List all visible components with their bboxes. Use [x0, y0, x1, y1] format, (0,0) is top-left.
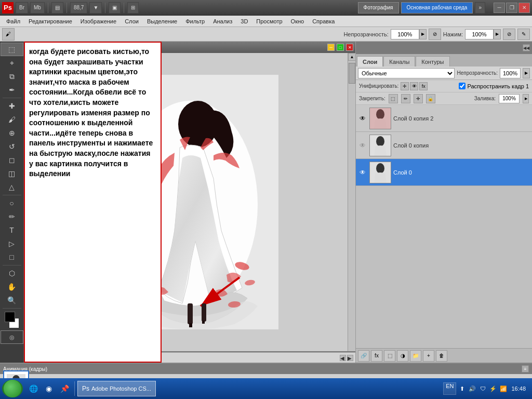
workspace-photo[interactable]: Фотография [358, 2, 399, 14]
layer-adj-btn[interactable]: ◑ [397, 350, 408, 362]
scroll-up-btn[interactable]: ▲ [348, 53, 355, 61]
tool-blur[interactable]: △ [1, 180, 23, 194]
start-button[interactable] [2, 380, 23, 397]
mini-bridge-button[interactable]: Mb [30, 2, 45, 14]
workspace-main[interactable]: Основная рабочая среда [401, 2, 473, 14]
foreground-color[interactable] [5, 312, 15, 322]
tool-hand[interactable]: ✋ [1, 280, 23, 294]
anim-panel-ctrl[interactable]: ≡ [522, 365, 529, 373]
menu-view[interactable]: Просмотр [252, 17, 286, 25]
tool-quickmask[interactable]: ◎ [1, 330, 23, 344]
scroll-thumb[interactable] [349, 63, 355, 84]
extra-button[interactable]: ⊞ [127, 2, 139, 14]
menu-filter[interactable]: Фильтр [181, 17, 209, 25]
status-arrow-right[interactable]: ▶ [347, 355, 353, 361]
menu-help[interactable]: Справка [308, 17, 339, 25]
menu-image[interactable]: Изображение [76, 17, 121, 25]
tool-brush[interactable]: 🖌 [1, 113, 23, 126]
zoom-arrow[interactable]: ▼ [89, 2, 102, 14]
menu-3d[interactable]: 3D [236, 17, 252, 25]
language-button[interactable]: EN [443, 382, 456, 395]
minimize-button[interactable]: ─ [494, 3, 505, 13]
fill-value[interactable] [499, 94, 520, 103]
tablet-icon[interactable]: ✎ [517, 29, 530, 40]
taskbar-photoshop-app[interactable]: Ps Adobe Photoshop CS... [77, 381, 156, 396]
tray-icon-antivirus[interactable]: 🛡 [478, 384, 487, 393]
tray-icon-extra2[interactable]: 📶 [499, 384, 508, 393]
menu-select[interactable]: Выделение [143, 17, 181, 25]
tool-eyedrop[interactable]: ✒ [1, 83, 23, 97]
quicklaunch-ie[interactable]: 🌐 [26, 381, 41, 396]
layer-item-1[interactable]: 👁 Слой 0 копия [356, 132, 532, 159]
tray-icon-sound[interactable]: 🔊 [468, 384, 477, 393]
tool-eraser[interactable]: ◻ [1, 153, 23, 167]
fill-arrow[interactable]: ▶ [523, 94, 529, 103]
menu-layers[interactable]: Слои [121, 17, 143, 25]
menu-edit[interactable]: Редактирование [24, 17, 76, 25]
layer-link-btn[interactable]: 🔗 [358, 350, 369, 362]
opacity-arrow[interactable]: ▶ [523, 68, 530, 78]
opacity-input[interactable] [391, 29, 419, 39]
layer-item-2[interactable]: 👁 Слой 0 [356, 159, 532, 186]
tool-heal[interactable]: ✚ [1, 99, 23, 113]
tool-text[interactable]: T [1, 223, 23, 237]
layer-vis-0[interactable]: 👁 [358, 114, 367, 123]
tool-3d[interactable]: ⬡ [1, 267, 23, 280]
tool-crop[interactable]: ⧉ [1, 70, 23, 83]
lock-position[interactable]: ✛ [414, 94, 423, 103]
tray-icon-extra1[interactable]: ⚡ [488, 384, 498, 393]
unify-visibility[interactable]: 👁 [410, 82, 418, 90]
pressure-arrow[interactable]: ▶ [494, 29, 501, 39]
status-arrow-left[interactable]: ◀ [340, 355, 346, 361]
tab-layers[interactable]: Слои [357, 56, 383, 66]
tool-marquee[interactable]: ⬚ [1, 43, 23, 56]
tool-gradient[interactable]: ◫ [1, 167, 23, 180]
tool-pen[interactable]: ✏ [1, 210, 23, 223]
tool-path-select[interactable]: ▷ [1, 237, 23, 250]
layer-vis-2[interactable]: 👁 [358, 168, 367, 177]
quicklaunch-extra2[interactable]: 📌 [57, 381, 72, 396]
layer-delete-btn[interactable]: 🗑 [436, 350, 447, 362]
more-workspaces[interactable]: » [475, 2, 485, 14]
opacity-arrow[interactable]: ▶ [419, 29, 427, 39]
lock-all[interactable]: 🔒 [426, 94, 435, 103]
scrollbar-vertical[interactable]: ▲ [348, 53, 355, 351]
propagate-checkbox[interactable] [459, 83, 466, 89]
restore-button[interactable]: ❐ [506, 3, 517, 13]
pressure-extra[interactable]: ⊘ [503, 29, 515, 40]
opacity-extra[interactable]: ⊘ [429, 29, 441, 40]
tray-icon-network[interactable]: ⬆ [457, 384, 467, 393]
layer-item-0[interactable]: 👁 Слой 0 копия 2 [356, 105, 532, 132]
layer-fx-btn[interactable]: fx [371, 350, 382, 362]
tab-channels[interactable]: Каналы [383, 56, 415, 66]
unify-style[interactable]: fx [419, 82, 428, 90]
screen-mode[interactable]: ▣ [109, 2, 121, 14]
opacity-value[interactable] [500, 68, 521, 78]
close-button[interactable]: ✕ [518, 3, 530, 13]
tool-history[interactable]: ↺ [1, 140, 23, 153]
menu-analysis[interactable]: Анализ [209, 17, 236, 25]
tool-shape[interactable]: □ [1, 250, 23, 264]
unify-position[interactable]: ✛ [401, 82, 409, 90]
doc-close[interactable]: ✕ [346, 44, 353, 51]
lock-image[interactable]: ✏ [401, 94, 410, 103]
menu-file[interactable]: Файл [2, 17, 24, 25]
tool-lasso[interactable]: ⌖ [1, 56, 23, 70]
tool-dodge[interactable]: ○ [1, 196, 23, 210]
arrange-button[interactable]: ▤ [51, 2, 63, 14]
panel-collapse[interactable]: ◀◀ [523, 44, 530, 51]
lock-transparent[interactable]: ⬚ [389, 94, 398, 103]
doc-maximize[interactable]: □ [337, 44, 344, 51]
quicklaunch-extra[interactable]: ◉ [42, 381, 56, 396]
doc-minimize[interactable]: ─ [327, 44, 335, 51]
pressure-input[interactable] [465, 29, 494, 39]
menu-window[interactable]: Окно [287, 17, 309, 25]
layer-new-btn[interactable]: + [423, 350, 434, 362]
layer-vis-1[interactable]: 👁 [358, 141, 367, 150]
tool-stamp[interactable]: ⊕ [1, 126, 23, 140]
layer-group-btn[interactable]: 📁 [410, 350, 421, 362]
tab-paths[interactable]: Контуры [416, 56, 449, 66]
blend-mode-select[interactable]: Обычные [358, 68, 455, 78]
layer-mask-btn[interactable]: ⬚ [384, 350, 395, 362]
tool-colors[interactable] [1, 310, 23, 330]
